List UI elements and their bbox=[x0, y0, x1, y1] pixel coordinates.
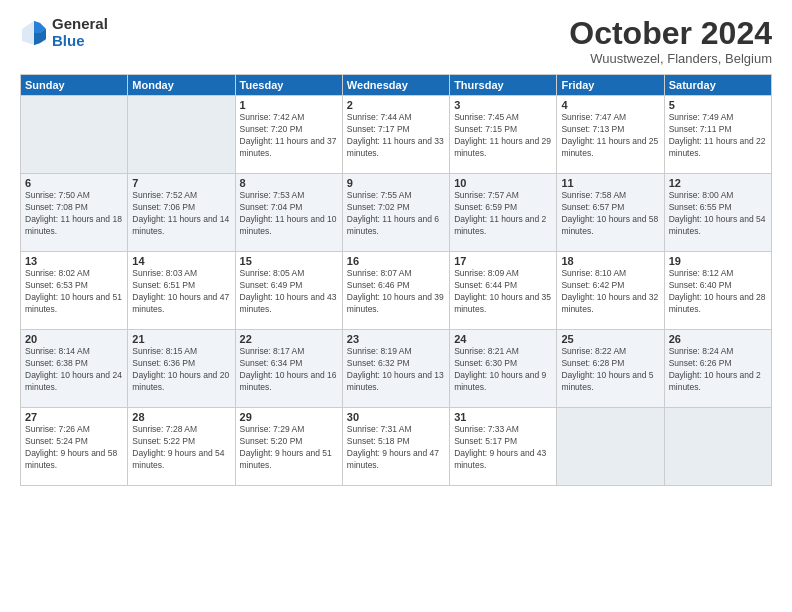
day-info: Sunrise: 7:28 AMSunset: 5:22 PMDaylight:… bbox=[132, 424, 230, 472]
day-info: Sunrise: 8:05 AMSunset: 6:49 PMDaylight:… bbox=[240, 268, 338, 316]
calendar-cell: 16 Sunrise: 8:07 AMSunset: 6:46 PMDaylig… bbox=[342, 252, 449, 330]
logo-general: General bbox=[52, 16, 108, 33]
day-number: 12 bbox=[669, 177, 767, 189]
day-header-sunday: Sunday bbox=[21, 75, 128, 96]
day-number: 18 bbox=[561, 255, 659, 267]
day-info: Sunrise: 7:33 AMSunset: 5:17 PMDaylight:… bbox=[454, 424, 552, 472]
day-info: Sunrise: 7:58 AMSunset: 6:57 PMDaylight:… bbox=[561, 190, 659, 238]
day-number: 22 bbox=[240, 333, 338, 345]
calendar-cell bbox=[21, 96, 128, 174]
day-info: Sunrise: 7:45 AMSunset: 7:15 PMDaylight:… bbox=[454, 112, 552, 160]
day-number: 29 bbox=[240, 411, 338, 423]
day-number: 21 bbox=[132, 333, 230, 345]
day-header-saturday: Saturday bbox=[664, 75, 771, 96]
day-info: Sunrise: 8:24 AMSunset: 6:26 PMDaylight:… bbox=[669, 346, 767, 394]
day-number: 9 bbox=[347, 177, 445, 189]
day-info: Sunrise: 8:19 AMSunset: 6:32 PMDaylight:… bbox=[347, 346, 445, 394]
day-info: Sunrise: 7:57 AMSunset: 6:59 PMDaylight:… bbox=[454, 190, 552, 238]
calendar-cell: 4 Sunrise: 7:47 AMSunset: 7:13 PMDayligh… bbox=[557, 96, 664, 174]
day-number: 24 bbox=[454, 333, 552, 345]
day-info: Sunrise: 8:07 AMSunset: 6:46 PMDaylight:… bbox=[347, 268, 445, 316]
day-info: Sunrise: 7:47 AMSunset: 7:13 PMDaylight:… bbox=[561, 112, 659, 160]
calendar-cell: 13 Sunrise: 8:02 AMSunset: 6:53 PMDaylig… bbox=[21, 252, 128, 330]
day-number: 26 bbox=[669, 333, 767, 345]
calendar-cell: 17 Sunrise: 8:09 AMSunset: 6:44 PMDaylig… bbox=[450, 252, 557, 330]
calendar-cell: 6 Sunrise: 7:50 AMSunset: 7:08 PMDayligh… bbox=[21, 174, 128, 252]
day-number: 3 bbox=[454, 99, 552, 111]
day-number: 2 bbox=[347, 99, 445, 111]
calendar-cell bbox=[557, 408, 664, 486]
day-info: Sunrise: 8:03 AMSunset: 6:51 PMDaylight:… bbox=[132, 268, 230, 316]
calendar-cell: 8 Sunrise: 7:53 AMSunset: 7:04 PMDayligh… bbox=[235, 174, 342, 252]
calendar-container: General Blue October 2024 Wuustwezel, Fl… bbox=[0, 0, 792, 612]
day-info: Sunrise: 7:49 AMSunset: 7:11 PMDaylight:… bbox=[669, 112, 767, 160]
day-number: 6 bbox=[25, 177, 123, 189]
day-number: 13 bbox=[25, 255, 123, 267]
day-number: 5 bbox=[669, 99, 767, 111]
day-info: Sunrise: 8:09 AMSunset: 6:44 PMDaylight:… bbox=[454, 268, 552, 316]
day-info: Sunrise: 8:00 AMSunset: 6:55 PMDaylight:… bbox=[669, 190, 767, 238]
day-info: Sunrise: 8:15 AMSunset: 6:36 PMDaylight:… bbox=[132, 346, 230, 394]
calendar-cell: 29 Sunrise: 7:29 AMSunset: 5:20 PMDaylig… bbox=[235, 408, 342, 486]
calendar-cell: 30 Sunrise: 7:31 AMSunset: 5:18 PMDaylig… bbox=[342, 408, 449, 486]
day-number: 30 bbox=[347, 411, 445, 423]
day-number: 4 bbox=[561, 99, 659, 111]
day-info: Sunrise: 7:26 AMSunset: 5:24 PMDaylight:… bbox=[25, 424, 123, 472]
day-info: Sunrise: 8:22 AMSunset: 6:28 PMDaylight:… bbox=[561, 346, 659, 394]
calendar-cell: 3 Sunrise: 7:45 AMSunset: 7:15 PMDayligh… bbox=[450, 96, 557, 174]
logo-blue: Blue bbox=[52, 33, 108, 50]
calendar-cell: 26 Sunrise: 8:24 AMSunset: 6:26 PMDaylig… bbox=[664, 330, 771, 408]
calendar-week-5: 27 Sunrise: 7:26 AMSunset: 5:24 PMDaylig… bbox=[21, 408, 772, 486]
day-number: 14 bbox=[132, 255, 230, 267]
calendar-cell: 5 Sunrise: 7:49 AMSunset: 7:11 PMDayligh… bbox=[664, 96, 771, 174]
logo-text: General Blue bbox=[52, 16, 108, 49]
calendar-cell: 27 Sunrise: 7:26 AMSunset: 5:24 PMDaylig… bbox=[21, 408, 128, 486]
calendar-week-3: 13 Sunrise: 8:02 AMSunset: 6:53 PMDaylig… bbox=[21, 252, 772, 330]
day-info: Sunrise: 8:02 AMSunset: 6:53 PMDaylight:… bbox=[25, 268, 123, 316]
calendar-cell: 18 Sunrise: 8:10 AMSunset: 6:42 PMDaylig… bbox=[557, 252, 664, 330]
day-info: Sunrise: 7:50 AMSunset: 7:08 PMDaylight:… bbox=[25, 190, 123, 238]
day-info: Sunrise: 7:52 AMSunset: 7:06 PMDaylight:… bbox=[132, 190, 230, 238]
day-header-friday: Friday bbox=[557, 75, 664, 96]
location: Wuustwezel, Flanders, Belgium bbox=[569, 51, 772, 66]
calendar-cell: 19 Sunrise: 8:12 AMSunset: 6:40 PMDaylig… bbox=[664, 252, 771, 330]
calendar-cell: 7 Sunrise: 7:52 AMSunset: 7:06 PMDayligh… bbox=[128, 174, 235, 252]
calendar-cell: 12 Sunrise: 8:00 AMSunset: 6:55 PMDaylig… bbox=[664, 174, 771, 252]
day-number: 19 bbox=[669, 255, 767, 267]
calendar-week-2: 6 Sunrise: 7:50 AMSunset: 7:08 PMDayligh… bbox=[21, 174, 772, 252]
calendar-cell: 21 Sunrise: 8:15 AMSunset: 6:36 PMDaylig… bbox=[128, 330, 235, 408]
day-number: 28 bbox=[132, 411, 230, 423]
day-number: 31 bbox=[454, 411, 552, 423]
day-info: Sunrise: 8:21 AMSunset: 6:30 PMDaylight:… bbox=[454, 346, 552, 394]
calendar-header-row: SundayMondayTuesdayWednesdayThursdayFrid… bbox=[21, 75, 772, 96]
calendar-table: SundayMondayTuesdayWednesdayThursdayFrid… bbox=[20, 74, 772, 486]
calendar-week-1: 1 Sunrise: 7:42 AMSunset: 7:20 PMDayligh… bbox=[21, 96, 772, 174]
day-number: 11 bbox=[561, 177, 659, 189]
day-header-monday: Monday bbox=[128, 75, 235, 96]
calendar-cell bbox=[664, 408, 771, 486]
day-info: Sunrise: 8:10 AMSunset: 6:42 PMDaylight:… bbox=[561, 268, 659, 316]
day-number: 16 bbox=[347, 255, 445, 267]
day-info: Sunrise: 7:42 AMSunset: 7:20 PMDaylight:… bbox=[240, 112, 338, 160]
day-number: 7 bbox=[132, 177, 230, 189]
day-number: 27 bbox=[25, 411, 123, 423]
day-number: 20 bbox=[25, 333, 123, 345]
day-number: 25 bbox=[561, 333, 659, 345]
month-title: October 2024 bbox=[569, 16, 772, 51]
calendar-cell: 22 Sunrise: 8:17 AMSunset: 6:34 PMDaylig… bbox=[235, 330, 342, 408]
calendar-cell: 11 Sunrise: 7:58 AMSunset: 6:57 PMDaylig… bbox=[557, 174, 664, 252]
calendar-cell bbox=[128, 96, 235, 174]
calendar-cell: 14 Sunrise: 8:03 AMSunset: 6:51 PMDaylig… bbox=[128, 252, 235, 330]
day-number: 15 bbox=[240, 255, 338, 267]
day-number: 8 bbox=[240, 177, 338, 189]
calendar-cell: 23 Sunrise: 8:19 AMSunset: 6:32 PMDaylig… bbox=[342, 330, 449, 408]
day-info: Sunrise: 7:29 AMSunset: 5:20 PMDaylight:… bbox=[240, 424, 338, 472]
calendar-cell: 15 Sunrise: 8:05 AMSunset: 6:49 PMDaylig… bbox=[235, 252, 342, 330]
day-info: Sunrise: 8:17 AMSunset: 6:34 PMDaylight:… bbox=[240, 346, 338, 394]
day-number: 17 bbox=[454, 255, 552, 267]
day-header-tuesday: Tuesday bbox=[235, 75, 342, 96]
logo: General Blue bbox=[20, 16, 108, 49]
day-info: Sunrise: 7:55 AMSunset: 7:02 PMDaylight:… bbox=[347, 190, 445, 238]
day-info: Sunrise: 8:12 AMSunset: 6:40 PMDaylight:… bbox=[669, 268, 767, 316]
day-header-thursday: Thursday bbox=[450, 75, 557, 96]
